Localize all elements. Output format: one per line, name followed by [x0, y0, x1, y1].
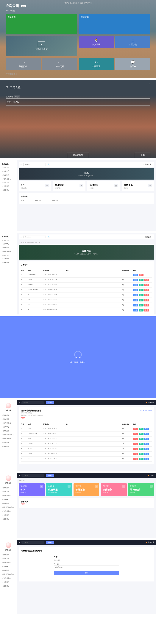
row-action-button[interactable]: 编辑 [139, 432, 143, 435]
sidebar-item[interactable]: 查询中心 [0, 425, 17, 429]
sidebar-item-logout[interactable]: 退出登录 [0, 188, 17, 192]
dashboard-card[interactable]: +数据总览0 个注册用户 [19, 483, 45, 496]
sidebar-item[interactable]: 关于云黑 [0, 440, 17, 444]
tile-extend[interactable]: ☷扩展功能 [115, 36, 150, 48]
sidebar-item[interactable]: 添加举报 [0, 557, 17, 561]
sidebar-item[interactable]: 数据总览 [0, 486, 17, 490]
save-button[interactable]: 保存 [135, 152, 150, 158]
menu-icon[interactable]: ≡ [19, 541, 20, 543]
row-action-button[interactable]: 查看 [133, 274, 138, 276]
user-menu[interactable]: 浪客云黑 ▾ [143, 236, 152, 238]
row-action-button[interactable]: 查看 [133, 304, 138, 306]
row-action-button[interactable]: 举报 [133, 438, 138, 440]
user-menu[interactable]: 浪客云黑 [146, 541, 154, 544]
row-action-button[interactable]: 举报 [144, 299, 149, 302]
search-input[interactable] [22, 541, 44, 544]
row-action-button[interactable]: 举报 [133, 453, 138, 455]
menu-icon[interactable]: ≡ [21, 236, 22, 238]
row-action-button[interactable]: 编辑 [139, 289, 143, 292]
sidebar-item[interactable]: 操作举报者列表 [0, 433, 17, 437]
sidebar-item[interactable]: 查询中心 [0, 498, 17, 502]
tile-join-group[interactable]: 🐧加入群聊 [79, 36, 114, 48]
tile-settings[interactable]: ⚙云黑设置 [79, 58, 114, 70]
tile-update-1[interactable]: 等待更新 [6, 14, 77, 34]
sidebar-item[interactable]: 添加举报 [0, 417, 17, 421]
row-action-button[interactable]: 举报 [144, 309, 149, 312]
search-icon[interactable]: 🔍 [48, 236, 50, 238]
row-action-button[interactable]: 编辑 [139, 284, 143, 286]
search-input[interactable] [23, 236, 46, 238]
search-input[interactable] [22, 474, 44, 477]
tile-update-3[interactable]: ▭等待更新 [6, 58, 41, 70]
row-action-button[interactable]: 举报 [133, 458, 138, 460]
sidebar-item-data[interactable]: 数据列表 [0, 173, 17, 177]
row-action-button[interactable]: 举报 [144, 284, 149, 286]
row-action-button[interactable]: 查看 [144, 428, 149, 430]
sidebar-item[interactable]: 管理员中心 [0, 509, 17, 513]
row-action-button[interactable]: 查看 [133, 279, 138, 281]
dashboard-card[interactable]: +等待更新等待更新等待更新 [101, 483, 127, 496]
row-action-button[interactable]: 举报 [133, 428, 138, 430]
row-action-button[interactable]: 编辑 [139, 448, 143, 450]
row-action-button[interactable]: 编辑 [139, 428, 143, 430]
dashboard-card[interactable]: +等待更新等待更新等待更新 [128, 483, 154, 496]
sidebar-item-about[interactable]: 关于云黑 [0, 257, 17, 261]
row-action-button[interactable]: 查看 [133, 309, 138, 312]
row-action-button[interactable]: 编辑 [139, 294, 143, 296]
row-action-button[interactable]: 编辑 [139, 458, 143, 460]
search-button[interactable]: Search [46, 541, 54, 544]
sidebar-item[interactable]: 他人举报名 [0, 561, 17, 564]
row-action-button[interactable]: 编辑 [139, 279, 143, 281]
row-action-button[interactable]: 举报 [139, 274, 143, 276]
search-submit-button[interactable]: 搜索 [54, 571, 119, 575]
sidebar-item[interactable]: 退出登录 [0, 584, 17, 588]
row-action-button[interactable]: 编辑 [139, 299, 143, 302]
row-action-button[interactable]: 举报 [144, 304, 149, 306]
sidebar-item[interactable]: 关于云黑 [0, 513, 17, 517]
tile-video-tutorial[interactable]: ▶ 云黑教程视频 [6, 36, 77, 56]
sidebar-item[interactable]: 退出登录 [0, 444, 17, 448]
qq-input[interactable] [54, 565, 119, 569]
sidebar-item-data[interactable]: 数据列表 [0, 246, 17, 250]
row-action-button[interactable]: 查看 [144, 448, 149, 450]
close-icon[interactable]: ✕ [149, 2, 150, 4]
sidebar-item[interactable]: 查询中心 [0, 564, 17, 568]
row-action-button[interactable]: 编辑 [139, 443, 143, 445]
sidebar-item[interactable]: 数据总览 [0, 413, 17, 417]
row-action-button[interactable]: 查看 [144, 432, 149, 435]
sidebar-item[interactable]: 管理员中心 [0, 437, 17, 440]
search-button[interactable]: Search [46, 474, 54, 477]
menu-icon[interactable]: ≡ [19, 474, 20, 476]
row-action-button[interactable]: 查看 [133, 284, 138, 286]
sidebar-item[interactable]: 添加举报 [0, 490, 17, 494]
row-action-button[interactable]: 编辑 [139, 453, 143, 455]
menu-icon[interactable]: ≡ [19, 402, 20, 404]
sidebar-item[interactable]: 他人举报名 [0, 421, 17, 425]
tile-update-4[interactable]: ▭等待更新 [42, 58, 77, 70]
row-action-button[interactable]: 举报 [144, 279, 149, 281]
sidebar-item[interactable]: 数据总览 [0, 553, 17, 557]
menu-icon[interactable]: ≡ [21, 164, 22, 166]
row-action-button[interactable]: 编辑 [139, 309, 143, 312]
sidebar-item-logout[interactable]: 退出登录 [0, 261, 17, 264]
sidebar-item-admin[interactable]: 管理员中心 [0, 250, 17, 254]
row-action-button[interactable]: 举报 [133, 448, 138, 450]
sidebar-item[interactable]: 退出登录 [0, 517, 17, 521]
row-action-button[interactable]: 查看 [144, 458, 149, 460]
panel-link[interactable]: 激活 吧台页页缩缩 [140, 409, 152, 420]
tile-update-2[interactable]: 等待更新 [79, 14, 150, 34]
row-action-button[interactable]: 查看 [144, 438, 149, 440]
sidebar-item[interactable]: 他人举报名 [0, 494, 17, 498]
row-action-button[interactable]: 查看 [144, 453, 149, 455]
row-action-button[interactable]: 举报 [144, 289, 149, 292]
group-settings-button[interactable]: 群判断设置 [67, 152, 89, 158]
sidebar-item[interactable]: 操作举报者列表 [0, 572, 17, 576]
search-button[interactable]: Search [46, 401, 54, 404]
sidebar-item-about[interactable]: 关于云黑 [0, 184, 17, 188]
minimize-icon[interactable]: ─ [144, 83, 146, 85]
search-input[interactable] [22, 401, 44, 404]
sidebar-item-admin[interactable]: 管理员中心 [0, 177, 17, 181]
row-action-button[interactable]: 查看 [133, 294, 138, 296]
row-action-button[interactable]: 举报 [133, 443, 138, 445]
row-action-button[interactable]: 查看 [133, 289, 138, 292]
